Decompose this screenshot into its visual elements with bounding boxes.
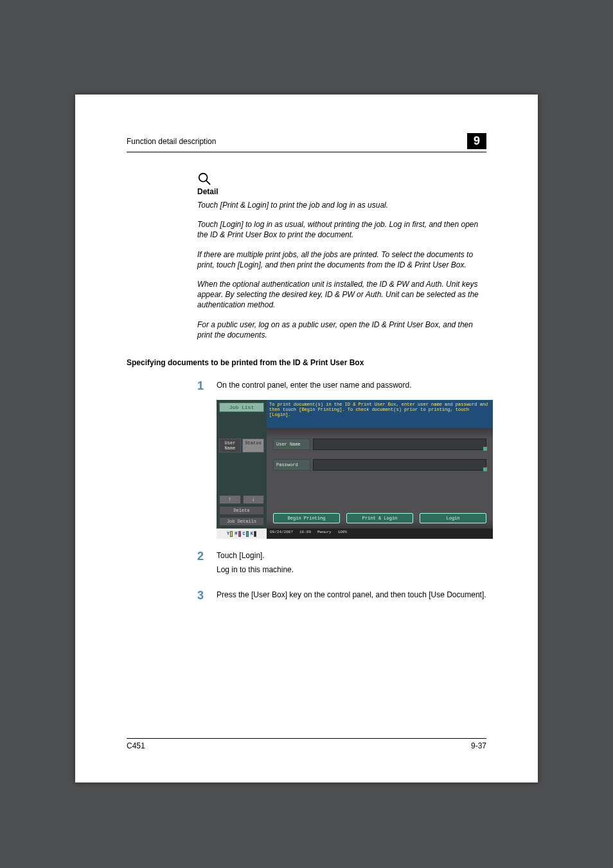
username-label: User Name bbox=[273, 439, 310, 450]
detail-paragraph: Touch [Print & Login] to print the job a… bbox=[197, 200, 486, 210]
screenshot-top: Job List To print document(s) in the ID … bbox=[217, 400, 493, 428]
step-text: Log in to this machine. bbox=[217, 565, 294, 575]
begin-printing-button[interactable]: Begin Printing bbox=[273, 513, 340, 523]
svg-point-0 bbox=[199, 174, 208, 182]
chapter-number-badge: 9 bbox=[467, 133, 486, 149]
page-footer: C451 9-37 bbox=[127, 738, 486, 750]
status-time: 16:09 bbox=[299, 530, 311, 538]
tab-username[interactable]: User Name bbox=[219, 439, 241, 453]
screenshot-guidance-message: To print document(s) in the ID & Print U… bbox=[267, 400, 493, 428]
footer-model: C451 bbox=[127, 741, 145, 750]
step-body: Press the [User Box] key on the control … bbox=[217, 590, 486, 603]
step-number: 1 bbox=[197, 380, 217, 392]
screenshot-body: User Name Status ↑ ↓ Delete Job Details … bbox=[217, 428, 493, 529]
panel-screenshot: Job List To print document(s) in the ID … bbox=[217, 400, 493, 539]
toner-y-icon: Y bbox=[227, 531, 233, 537]
toner-k-label: K bbox=[251, 531, 253, 536]
step-number: 2 bbox=[197, 550, 217, 562]
toner-m-icon: M bbox=[235, 531, 240, 537]
print-and-login-button[interactable]: Print & Login bbox=[346, 513, 413, 523]
step-text: Press the [User Box] key on the control … bbox=[217, 590, 486, 601]
password-input[interactable] bbox=[313, 459, 486, 471]
step-3: 3 Press the [User Box] key on the contro… bbox=[197, 590, 486, 603]
footer-page-number: 9-37 bbox=[471, 741, 486, 750]
status-mem-label: Memory bbox=[317, 530, 332, 538]
svg-line-1 bbox=[206, 181, 210, 185]
status-mem-value: 100% bbox=[338, 530, 347, 538]
detail-heading: Detail bbox=[197, 187, 486, 196]
step-2: 2 Touch [Login]. Log in to this machine. bbox=[197, 550, 486, 578]
toner-k-icon: K bbox=[251, 531, 256, 537]
scroll-up-button[interactable]: ↑ bbox=[219, 495, 241, 504]
scroll-arrows: ↑ ↓ bbox=[219, 495, 264, 504]
section-heading: Specifying documents to be printed from … bbox=[127, 358, 486, 367]
detail-note: Detail Touch [Print & Login] to print th… bbox=[197, 187, 486, 340]
action-buttons: Begin Printing Print & Login Login bbox=[273, 513, 486, 523]
login-button[interactable]: Login bbox=[420, 513, 486, 523]
step-body: On the control panel, enter the user nam… bbox=[217, 380, 412, 393]
screenshot-sidebar: User Name Status ↑ ↓ Delete Job Details bbox=[217, 428, 267, 529]
toner-m-label: M bbox=[235, 531, 237, 536]
running-head: Function detail description bbox=[127, 137, 216, 146]
detail-paragraph: When the optional authentication unit is… bbox=[197, 279, 486, 311]
step-number: 3 bbox=[197, 590, 217, 601]
password-label: Password bbox=[273, 459, 310, 471]
sidebar-tabs: User Name Status bbox=[219, 439, 264, 453]
screenshot-sidebar-top: Job List bbox=[217, 400, 267, 428]
screenshot-status-bar: Y M C K 09/24/2007 16:09 Memory 100% bbox=[217, 529, 493, 539]
step-1: 1 On the control panel, enter the user n… bbox=[197, 380, 486, 393]
steps-column: 1 On the control panel, enter the user n… bbox=[197, 380, 486, 604]
detail-paragraph: For a public user, log on as a public us… bbox=[197, 320, 486, 340]
toner-c-label: C bbox=[243, 531, 245, 536]
page-header: Function detail description 9 bbox=[127, 133, 486, 152]
step-body: Touch [Login]. Log in to this machine. bbox=[217, 550, 294, 578]
status-readout: 09/24/2007 16:09 Memory 100% bbox=[267, 529, 493, 539]
magnifier-icon bbox=[197, 172, 211, 186]
content-column: Detail Touch [Print & Login] to print th… bbox=[197, 172, 486, 340]
tab-status[interactable]: Status bbox=[242, 439, 264, 453]
password-field-row: Password bbox=[273, 459, 486, 471]
toner-c-icon: C bbox=[243, 531, 249, 537]
step-text: Touch [Login]. bbox=[217, 550, 294, 561]
username-field-row: User Name bbox=[273, 439, 486, 450]
toner-levels: Y M C K bbox=[217, 529, 267, 539]
screenshot-main: User Name Password Begin Printing Print … bbox=[267, 428, 493, 529]
status-date: 09/24/2007 bbox=[270, 530, 293, 538]
main-spacer bbox=[273, 480, 486, 491]
job-list-button[interactable]: Job List bbox=[219, 402, 264, 412]
document-page: Function detail description 9 Detail Tou… bbox=[75, 95, 538, 782]
step-text: On the control panel, enter the user nam… bbox=[217, 380, 412, 391]
sidebar-spacer bbox=[219, 455, 264, 493]
detail-paragraph: Touch [Login] to log in as usual, withou… bbox=[197, 219, 486, 240]
detail-paragraph: If there are multiple print jobs, all th… bbox=[197, 249, 486, 270]
scroll-down-button[interactable]: ↓ bbox=[243, 495, 265, 504]
toner-y-label: Y bbox=[227, 531, 229, 536]
delete-button[interactable]: Delete bbox=[219, 506, 264, 515]
job-details-button[interactable]: Job Details bbox=[219, 517, 264, 526]
username-input[interactable] bbox=[313, 439, 486, 450]
